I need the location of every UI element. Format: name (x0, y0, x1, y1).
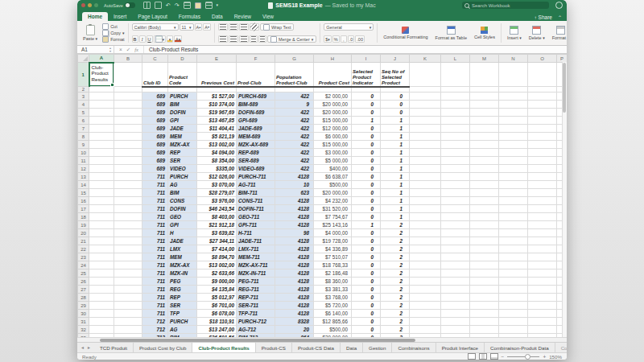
cell-J31[interactable]: 2 (381, 318, 410, 326)
cell-L17[interactable] (441, 205, 470, 213)
cell-K5[interactable] (410, 109, 441, 117)
cell-F28[interactable]: REP-711 (237, 294, 275, 302)
cell-E3[interactable]: $1 527,00 (197, 93, 237, 101)
cell-D19[interactable]: GPI (168, 221, 197, 229)
cell-D14[interactable]: AG (168, 181, 197, 189)
align-left-icon[interactable] (218, 35, 228, 43)
cell-L27[interactable] (441, 286, 470, 294)
cell-E12[interactable]: $335,00 (197, 165, 237, 173)
cell-H5[interactable]: $20 000,00 (314, 109, 352, 117)
cell-I4[interactable]: 0 (352, 101, 381, 109)
percent-format-button[interactable]: % (332, 35, 340, 43)
cell-O1[interactable] (528, 63, 557, 87)
cell-C14[interactable]: 711 (142, 181, 168, 189)
cell-K14[interactable] (410, 181, 441, 189)
cell-M21[interactable] (470, 237, 499, 245)
cell-O29[interactable] (528, 302, 557, 310)
cell-B14[interactable] (114, 181, 142, 189)
cell-C22[interactable]: 711 (142, 245, 168, 253)
cell-C31[interactable]: 712 (142, 318, 168, 326)
cell-A15[interactable] (89, 189, 114, 197)
cell-O13[interactable] (528, 173, 557, 181)
cell-G24[interactable]: 4128 (275, 261, 314, 269)
cell-N7[interactable] (499, 125, 528, 133)
cell-G29[interactable]: 4128 (275, 302, 314, 310)
cell-O11[interactable] (528, 157, 557, 165)
row-header-11[interactable]: 11 (78, 157, 89, 165)
cell-B19[interactable] (114, 221, 142, 229)
cell-A22[interactable] (89, 245, 114, 253)
cell-D11[interactable]: SER (168, 157, 197, 165)
cell-J16[interactable]: 1 (381, 197, 410, 205)
cell-N20[interactable] (499, 229, 528, 237)
cell-M18[interactable] (470, 213, 499, 221)
cell-H26[interactable]: $8 360,00 (314, 278, 352, 286)
row-header-12[interactable]: 12 (78, 165, 89, 173)
cell-L2[interactable] (441, 87, 470, 93)
cell-K21[interactable] (410, 237, 441, 245)
row-header-25[interactable]: 25 (78, 269, 89, 278)
cell-I5[interactable]: 0 (352, 109, 381, 117)
cell-A30[interactable] (89, 310, 114, 318)
cell-M13[interactable] (470, 173, 499, 181)
insert-cells-button[interactable]: Insert (505, 23, 524, 43)
cell-O12[interactable] (528, 165, 557, 173)
cell-O17[interactable] (528, 205, 557, 213)
cell-H9[interactable]: $15 000,00 (314, 141, 352, 149)
row-header-20[interactable]: 20 (78, 229, 89, 237)
cell-F22[interactable]: LMX-711 (237, 245, 275, 253)
cell-H24[interactable]: $18 768,33 (314, 261, 352, 269)
cell-B16[interactable] (114, 197, 142, 205)
cell-C12[interactable]: 689 (142, 165, 168, 173)
insert-function-icon[interactable]: fx (134, 47, 138, 52)
normal-view-icon[interactable] (468, 353, 476, 360)
cell-H3[interactable]: $2 000,00 (314, 93, 352, 101)
cell-L14[interactable] (441, 181, 470, 189)
cell-F12[interactable]: VIDEO-689 (237, 165, 275, 173)
cell-G1[interactable]: Population Product-Club (275, 63, 314, 87)
cell-K7[interactable] (410, 125, 441, 133)
cell-A14[interactable] (89, 181, 114, 189)
cell-L9[interactable] (441, 141, 470, 149)
cell-F30[interactable]: TFP-711 (237, 310, 275, 318)
decrease-decimal-button[interactable]: .00 (355, 35, 365, 43)
row-header-23[interactable]: 23 (78, 253, 89, 261)
cell-H6[interactable]: $15 000,00 (314, 117, 352, 125)
cell-K4[interactable] (410, 101, 441, 109)
cell-M24[interactable] (470, 261, 499, 269)
wrap-text-button[interactable]: Wrap Text (260, 23, 295, 31)
cell-L3[interactable] (441, 93, 470, 101)
cell-K9[interactable] (410, 141, 441, 149)
cell-D25[interactable]: MZK-IN (168, 269, 197, 278)
cell-B11[interactable] (114, 157, 142, 165)
cell-D1[interactable]: Product Code (168, 63, 197, 87)
paste-button[interactable]: Paste (80, 23, 100, 43)
cell-H21[interactable]: $19 728,00 (314, 237, 352, 245)
cell-K30[interactable] (410, 310, 441, 318)
borders-button[interactable] (154, 35, 167, 43)
row-header-2[interactable]: 2 (78, 87, 89, 93)
cell-K31[interactable] (410, 318, 441, 326)
cell-I31[interactable]: 0 (352, 318, 381, 326)
cell-K27[interactable] (410, 286, 441, 294)
vertical-scrollbar-thumb[interactable] (563, 63, 566, 113)
font-color-button[interactable]: A (174, 35, 182, 43)
cell-E27[interactable]: $4 135,84 (197, 286, 237, 294)
cell-F8[interactable]: MEM-689 (237, 133, 275, 141)
cell-L1[interactable] (441, 63, 470, 87)
cell-C7[interactable]: 689 (142, 125, 168, 133)
zoom-out-icon[interactable]: − (502, 354, 505, 360)
cell-F25[interactable]: MZK-IN-711 (237, 269, 275, 278)
cell-H23[interactable]: $7 510,07 (314, 253, 352, 261)
cell-H30[interactable]: $6 140,00 (314, 310, 352, 318)
cell-A13[interactable] (89, 173, 114, 181)
cell-I30[interactable]: 0 (352, 310, 381, 318)
cell-M23[interactable] (470, 253, 499, 261)
cell-H7[interactable]: $12 000,00 (314, 125, 352, 133)
cell-I21[interactable]: 0 (352, 237, 381, 245)
cell-C6[interactable]: 689 (142, 117, 168, 125)
cell-D4[interactable]: BIM (168, 101, 197, 109)
cell-C32[interactable]: 712 (142, 326, 168, 334)
align-center-icon[interactable] (229, 35, 238, 43)
cell-K22[interactable] (410, 245, 441, 253)
